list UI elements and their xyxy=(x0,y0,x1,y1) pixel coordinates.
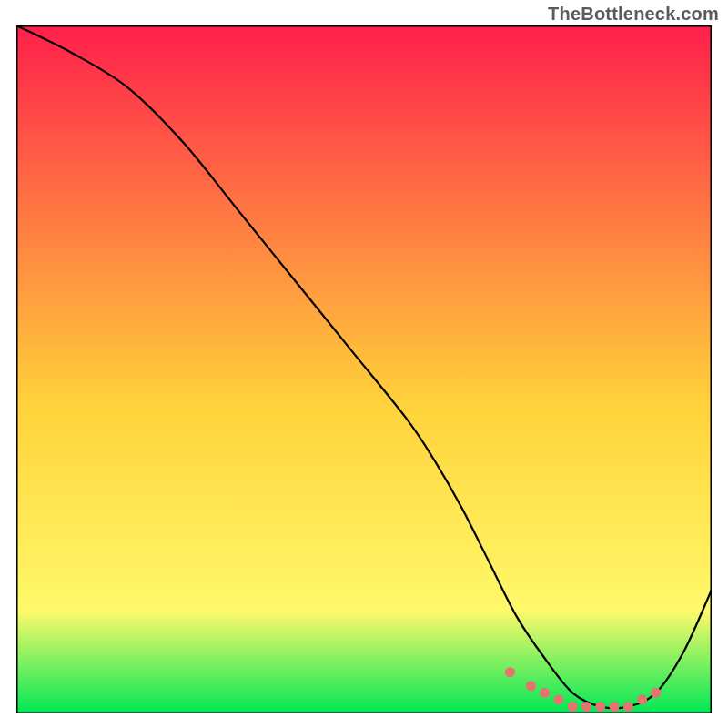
highlight-point xyxy=(526,681,536,691)
highlight-point xyxy=(595,702,605,712)
highlight-point xyxy=(623,702,633,712)
highlight-point xyxy=(581,702,592,712)
highlight-point xyxy=(610,702,620,712)
bottleneck-chart-svg xyxy=(16,25,712,713)
watermark-text: TheBottleneck.com xyxy=(548,4,719,25)
highlight-point xyxy=(651,688,661,698)
chart-frame: TheBottleneck.com xyxy=(0,0,728,728)
highlight-point xyxy=(568,702,578,712)
highlight-point xyxy=(553,694,563,704)
highlight-point xyxy=(637,694,647,704)
gradient-background xyxy=(16,25,712,713)
highlight-point xyxy=(540,688,550,698)
plot-area xyxy=(16,25,712,713)
highlight-point xyxy=(505,667,515,677)
